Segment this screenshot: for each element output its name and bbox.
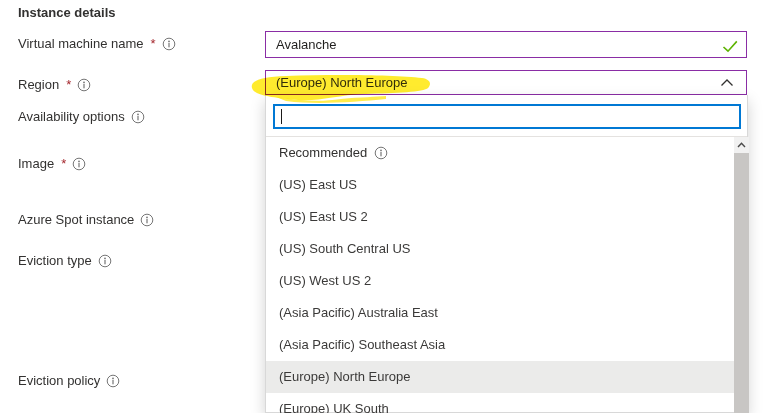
info-icon[interactable] [106,374,120,388]
region-label-row: Region * [18,77,91,92]
info-icon[interactable] [162,37,176,51]
region-option[interactable]: (Asia Pacific) Southeast Asia [266,329,734,361]
vm-name-label: Virtual machine name [18,36,144,51]
required-asterisk: * [151,36,156,51]
region-option[interactable]: (US) East US [266,169,734,201]
info-icon[interactable] [98,254,112,268]
group-header-recommended: Recommended [266,137,734,169]
vm-name-field [265,31,747,58]
eviction-policy-label: Eviction policy [18,373,100,388]
image-label: Image [18,156,54,171]
group-header-label: Recommended [279,137,367,169]
scrollbar-thumb[interactable] [734,153,749,413]
availability-label: Availability options [18,109,125,124]
azure-spot-label: Azure Spot instance [18,212,134,227]
region-search-field [273,104,741,129]
region-search-input[interactable] [275,106,739,127]
region-selected-value: (Europe) North Europe [276,75,720,90]
section-title: Instance details [18,5,116,20]
region-option-list: Recommended (US) East US (US) East US 2 … [266,137,734,413]
eviction-type-label-row: Eviction type [18,253,112,268]
chevron-up-icon [720,75,734,90]
region-dropdown-panel: Recommended (US) East US (US) East US 2 … [265,95,748,413]
vm-name-label-row: Virtual machine name * [18,36,176,51]
region-option-selected[interactable]: (Europe) North Europe [266,361,734,393]
region-combobox[interactable]: (Europe) North Europe [265,70,747,95]
info-icon[interactable] [72,157,86,171]
availability-label-row: Availability options [18,109,145,124]
image-label-row: Image * [18,156,86,171]
dropdown-scrollbar[interactable] [734,137,749,413]
info-icon[interactable] [131,110,145,124]
required-asterisk: * [61,156,66,171]
info-icon[interactable] [374,146,388,160]
eviction-policy-label-row: Eviction policy [18,373,120,388]
region-option[interactable]: (Europe) UK South [266,393,734,413]
info-icon[interactable] [140,213,154,227]
spot-label-row: Azure Spot instance [18,212,154,227]
region-option[interactable]: (Asia Pacific) Australia East [266,297,734,329]
eviction-type-label: Eviction type [18,253,92,268]
instance-details-form: Instance details Virtual machine name * … [0,0,769,413]
region-option[interactable]: (US) West US 2 [266,265,734,297]
info-icon[interactable] [77,78,91,92]
region-option[interactable]: (US) East US 2 [266,201,734,233]
region-option[interactable]: (US) South Central US [266,233,734,265]
region-label: Region [18,77,59,92]
vm-name-input[interactable] [266,32,746,57]
valid-checkmark-icon [722,39,738,57]
required-asterisk: * [66,77,71,92]
text-caret [281,109,282,124]
scroll-up-arrow-icon[interactable] [734,137,749,153]
